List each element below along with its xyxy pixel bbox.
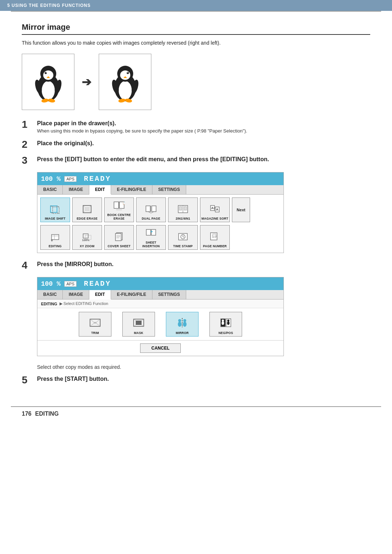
- ui-ready-1: READY: [80, 174, 115, 184]
- cancel-row: CANCEL: [37, 340, 283, 356]
- svg-line-74: [90, 319, 94, 322]
- tab-efiling-2[interactable]: E-FILING/FILE: [111, 290, 152, 299]
- svg-point-1: [42, 81, 55, 100]
- step-2-title: Place the original(s).: [37, 140, 370, 147]
- step-4-title: Press the [MIRROR] button.: [37, 261, 370, 268]
- step-2: 2 Place the original(s).: [22, 140, 370, 150]
- book-centre-icon: 📋: [113, 200, 125, 212]
- bottom-bar: 176 EDITING: [0, 407, 392, 421]
- step-2-number: 2: [22, 139, 33, 150]
- btn-negpos[interactable]: NEG/POS: [209, 312, 242, 337]
- editing-icon: [50, 232, 61, 243]
- step-4: 4 Press the [MIRROR] button.: [22, 261, 370, 270]
- svg-point-5: [46, 72, 46, 73]
- svg-rect-39: [146, 206, 150, 212]
- btn-cover-sheet[interactable]: COVER SHEET: [104, 225, 134, 250]
- tab-edit-2[interactable]: EDIT: [89, 290, 111, 300]
- svg-point-95: [227, 319, 229, 322]
- step-5-content: Press the [START] button.: [37, 376, 370, 384]
- xy-zoom-icon: 100%: [82, 232, 93, 243]
- step-1-content: Place paper in the drawer(s). When using…: [37, 120, 370, 134]
- svg-point-3: [43, 70, 53, 80]
- svg-text:A: A: [216, 208, 219, 211]
- step-1-number: 1: [22, 119, 33, 130]
- step-4-number: 4: [22, 260, 33, 270]
- penguin-illustration: ➔: [22, 54, 370, 110]
- svg-point-89: [183, 319, 186, 322]
- tab-edit-1[interactable]: EDIT: [89, 185, 111, 195]
- btn-mirror[interactable]: MIRROR: [166, 312, 199, 337]
- btn-editing-label: EDITING: [49, 244, 62, 248]
- btn-book-centre[interactable]: 📋 BOOK CENTRE ERASE: [104, 197, 134, 222]
- btn-time-stamp[interactable]: TIME STAMP: [168, 225, 198, 250]
- tab-image-1[interactable]: IMAGE: [63, 185, 89, 194]
- btn-edge-erase-label: EDGE ERASE: [77, 217, 98, 220]
- svg-rect-63: [151, 229, 156, 235]
- btn-dual-page-label: DUAL PAGE: [142, 217, 160, 220]
- ui-percent-1: 100 %: [41, 175, 61, 183]
- select-function-label: ▶ Select EDITING Function: [60, 301, 109, 306]
- btn-edge-erase[interactable]: EDGE ERASE: [72, 197, 102, 222]
- svg-point-4: [45, 72, 47, 74]
- btn-magazine-sort[interactable]: A A MAGAZINE SORT: [200, 197, 230, 222]
- penguin-left-svg: [28, 58, 68, 106]
- btn-sheet-insertion-label: SHEET INSERTION: [137, 241, 165, 248]
- ui-panel-1: 100 % APS READY BASIC IMAGE EDIT E-FILIN…: [37, 172, 284, 253]
- ui-panel-2: 100 % APS READY BASIC IMAGE EDIT E-FILIN…: [37, 277, 284, 356]
- svg-line-76: [90, 323, 94, 326]
- mirror-buttons-row: TRIM MASK: [37, 308, 283, 340]
- tab-image-2[interactable]: IMAGE: [63, 290, 89, 299]
- ui-buttons-row1: IMAGE SHIFT EDGE ERASE: [37, 195, 283, 224]
- btn-image-shift[interactable]: IMAGE SHIFT: [40, 197, 70, 222]
- btn-2in1-label: 2IN1/4IN1: [176, 217, 190, 220]
- btn-trim[interactable]: TRIM: [79, 312, 111, 337]
- btn-page-number[interactable]: 1/3 PAGE NUMBER: [200, 225, 230, 250]
- penguin-left-box: [22, 54, 74, 110]
- btn-mirror-label: MIRROR: [176, 331, 189, 335]
- trim-icon: [89, 317, 102, 330]
- tab-settings-1[interactable]: SETTINGS: [152, 185, 186, 194]
- svg-rect-29: [85, 207, 90, 211]
- editing-function-row: EDITING ▶ Select EDITING Function: [37, 300, 283, 308]
- svg-text:A: A: [211, 206, 214, 210]
- cancel-button[interactable]: CANCEL: [140, 343, 181, 353]
- svg-point-94: [227, 321, 230, 325]
- step-1-title: Place paper in the drawer(s).: [37, 120, 370, 127]
- tab-efiling-1[interactable]: E-FILING/FILE: [111, 185, 152, 194]
- btn-book-centre-label: BOOK CENTRE ERASE: [105, 213, 133, 220]
- tab-settings-2[interactable]: SETTINGS: [152, 290, 186, 299]
- svg-point-86: [178, 319, 181, 322]
- svg-point-88: [183, 322, 187, 327]
- btn-editing[interactable]: EDITING: [40, 225, 70, 250]
- step-3-title: Press the [EDIT] button to enter the edi…: [37, 156, 370, 163]
- svg-point-92: [222, 321, 224, 325]
- top-bar-label: 5 USING THE EDITING FUNCTIONS: [7, 3, 91, 8]
- tab-basic-2[interactable]: BASIC: [37, 290, 63, 299]
- mask-icon: [132, 317, 145, 330]
- svg-point-85: [178, 322, 181, 327]
- mirror-icon: [176, 317, 189, 330]
- penguin-right-box: [99, 54, 151, 110]
- cover-sheet-icon: [114, 232, 124, 243]
- edge-erase-icon: [82, 204, 93, 216]
- btn-mask[interactable]: MASK: [122, 312, 155, 337]
- bottom-page-number: 176: [22, 411, 32, 417]
- btn-xy-zoom[interactable]: 100% XY ZOOM: [72, 225, 102, 250]
- select-other-text: Select other copy modes as required.: [37, 364, 370, 370]
- btn-sheet-insertion[interactable]: SHEET INSERTION: [136, 225, 166, 250]
- ui-buttons-row2: EDITING 100% XY ZOOM: [37, 224, 283, 253]
- step-3: 3 Press the [EDIT] button to enter the e…: [22, 156, 370, 166]
- btn-cover-sheet-label: COVER SHEET: [107, 244, 130, 248]
- svg-line-75: [97, 319, 100, 322]
- btn-xy-zoom-label: XY ZOOM: [80, 244, 94, 248]
- step-4-content: Press the [MIRROR] button.: [37, 261, 370, 269]
- tab-basic-1[interactable]: BASIC: [37, 185, 63, 194]
- svg-rect-51: [52, 235, 59, 240]
- step-2-content: Place the original(s).: [37, 140, 370, 148]
- svg-rect-78: [94, 322, 97, 323]
- btn-dual-page[interactable]: DUAL PAGE: [136, 197, 166, 222]
- btn-2in1[interactable]: 2IN1/4IN1: [168, 197, 198, 222]
- btn-next[interactable]: Next: [232, 197, 250, 222]
- svg-rect-34: [114, 202, 119, 208]
- svg-point-93: [222, 319, 224, 322]
